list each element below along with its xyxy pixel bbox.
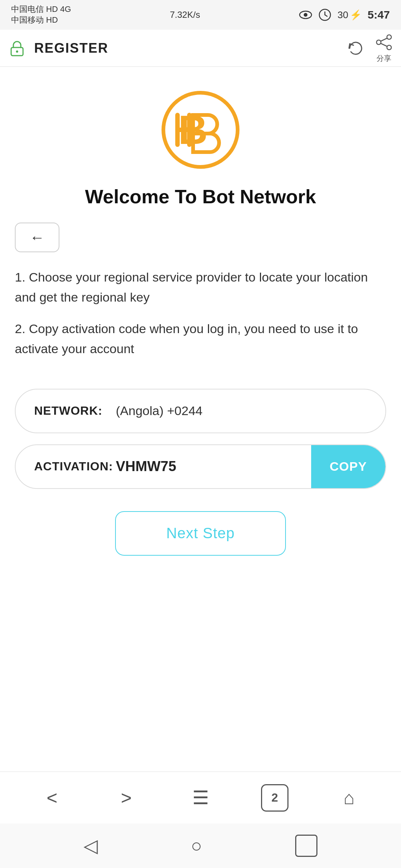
browser-bar: REGISTER 分享 xyxy=(0,30,401,67)
nav-home-button[interactable]: ⌂ xyxy=(334,783,364,813)
carrier-info: 中国电信 HD 4G 中国移动 HD xyxy=(11,4,71,25)
svg-point-6 xyxy=(16,50,18,53)
nav-menu-button[interactable]: ☰ xyxy=(186,783,215,813)
instructions-section: 1. Choose your regional service provider… xyxy=(15,267,386,370)
svg-line-11 xyxy=(381,43,387,46)
status-bar: 中国电信 HD 4G 中国移动 HD 7.32K/s 30 ⚡ 5:47 xyxy=(0,0,401,30)
tab-count: 2 xyxy=(261,784,288,812)
svg-point-9 xyxy=(376,40,381,45)
activation-label: ACTIVATION: xyxy=(34,460,116,473)
app-logo: B xyxy=(160,89,241,171)
gesture-bar: ◁ ○ xyxy=(0,823,401,868)
nav-home-icon: ⌂ xyxy=(343,787,355,809)
svg-point-1 xyxy=(304,13,307,17)
gesture-recents[interactable] xyxy=(295,835,317,857)
back-arrow-icon: ← xyxy=(30,229,45,246)
network-value: (Angola) +0244 xyxy=(116,404,367,418)
copy-button-label: COPY xyxy=(330,459,367,474)
browser-actions: 分享 xyxy=(346,33,394,63)
copy-button[interactable]: COPY xyxy=(311,444,385,489)
nav-forward-icon: > xyxy=(121,787,131,809)
activation-field: ACTIVATION: VHMW75 COPY xyxy=(15,444,386,489)
time-display: 5:47 xyxy=(368,9,390,21)
battery-indicator: 30 ⚡ xyxy=(338,9,362,21)
share-label: 分享 xyxy=(376,53,391,63)
next-step-button[interactable]: Next Step xyxy=(115,511,286,556)
svg-point-7 xyxy=(387,35,391,39)
gesture-back-icon: ◁ xyxy=(84,835,98,857)
welcome-title: Welcome To Bot Network xyxy=(85,185,316,208)
nav-bar: < > ☰ 2 ⌂ xyxy=(0,772,401,823)
nav-tabs-button[interactable]: 2 xyxy=(260,783,290,813)
share-container[interactable]: 分享 xyxy=(374,33,394,63)
network-field: NETWORK: (Angola) +0244 xyxy=(15,389,386,433)
speed-indicator: 7.32K/s xyxy=(71,10,299,20)
svg-point-8 xyxy=(387,45,391,50)
back-button[interactable]: ← xyxy=(15,223,59,252)
instruction-step2: 2. Copy activation code when you log in,… xyxy=(15,319,386,359)
gesture-back[interactable]: ◁ xyxy=(84,835,98,857)
page-title: REGISTER xyxy=(34,40,339,56)
clock-icon xyxy=(318,8,332,22)
svg-line-10 xyxy=(381,38,387,41)
status-right: 30 ⚡ 5:47 xyxy=(299,8,390,22)
battery-level: 30 xyxy=(338,9,348,21)
refresh-icon[interactable] xyxy=(346,39,365,58)
next-step-label: Next Step xyxy=(166,525,235,542)
nav-back-button[interactable]: < xyxy=(37,783,67,813)
svg-line-4 xyxy=(325,15,327,16)
eye-icon xyxy=(299,8,312,22)
gesture-home[interactable]: ○ xyxy=(191,835,202,857)
nav-back-icon: < xyxy=(46,787,57,809)
carrier2-label: 中国移动 HD xyxy=(11,15,71,26)
lock-icon xyxy=(7,39,27,58)
network-label: NETWORK: xyxy=(34,404,116,418)
share-icon xyxy=(374,33,394,52)
nav-forward-button[interactable]: > xyxy=(111,783,141,813)
activation-code: VHMW75 xyxy=(116,458,311,474)
carrier1-label: 中国电信 HD 4G xyxy=(11,4,71,15)
main-content: B Welcome To Bot Network ← 1. Choose you… xyxy=(0,67,401,772)
gesture-recents-icon xyxy=(295,835,317,857)
nav-menu-icon: ☰ xyxy=(192,787,209,809)
instruction-step1: 1. Choose your regional service provider… xyxy=(15,267,386,308)
gesture-home-icon: ○ xyxy=(191,835,202,857)
